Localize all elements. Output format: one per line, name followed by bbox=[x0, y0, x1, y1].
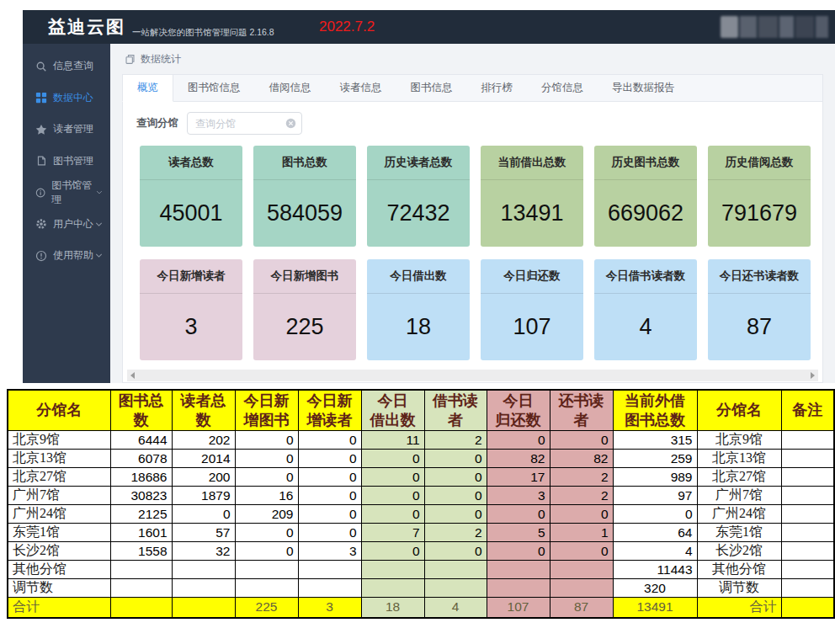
column-header: 还书读 者 bbox=[550, 390, 613, 431]
breadcrumb-label: 数据统计 bbox=[141, 52, 181, 67]
table-cell: 广州24馆 bbox=[697, 505, 781, 524]
stat-card: 历史借阅总数791679 bbox=[708, 146, 811, 247]
tab-1[interactable]: 概览 bbox=[122, 75, 173, 102]
table-cell: 0 bbox=[487, 431, 550, 450]
blur-block bbox=[795, 16, 813, 38]
table-cell: 0 bbox=[487, 542, 550, 561]
table-cell: 2 bbox=[550, 468, 613, 487]
table-cell: 0 bbox=[298, 524, 361, 542]
table-cell bbox=[172, 561, 235, 579]
table-cell: 0 bbox=[235, 542, 298, 561]
table-cell: 北京9馆 bbox=[8, 431, 110, 450]
table-cell: 1601 bbox=[110, 524, 172, 542]
table-cell: 0 bbox=[550, 542, 613, 561]
sidebar-item-info-query[interactable]: 信息查询 bbox=[23, 51, 110, 82]
tab-5[interactable]: 图书信息 bbox=[396, 75, 467, 101]
table-cell bbox=[487, 561, 550, 579]
table-row: 北京27馆186862000000172989北京27馆 bbox=[8, 468, 834, 487]
table-cell: 调节数 bbox=[8, 579, 110, 598]
scroll-right-arrow-icon[interactable] bbox=[811, 372, 815, 379]
column-header: 今日 归还数 bbox=[487, 390, 550, 431]
book-icon bbox=[35, 155, 47, 167]
sidebar-item-book-mgmt[interactable]: 图书管理 bbox=[23, 146, 110, 178]
table-cell: 87 bbox=[550, 598, 613, 618]
stat-card-value: 584059 bbox=[253, 180, 356, 247]
sidebar-item-data-center[interactable]: 数据中心 bbox=[23, 82, 110, 114]
table-cell: 1 bbox=[550, 524, 613, 542]
table-row: 北京9馆64442020011200315北京9馆 bbox=[8, 431, 834, 450]
table-cell: 调节数 bbox=[697, 579, 781, 598]
table-cell: 广州7馆 bbox=[8, 487, 110, 505]
stat-card-title: 今日借书读者数 bbox=[594, 259, 697, 294]
sidebar-item-user-center[interactable]: 用户中心 bbox=[23, 209, 110, 241]
column-header: 备注 bbox=[781, 390, 834, 431]
stat-card-title: 今日新增读者 bbox=[140, 259, 242, 294]
stat-card-value: 45001 bbox=[140, 180, 242, 247]
horizontal-scrollbar[interactable] bbox=[127, 370, 818, 381]
help-icon bbox=[35, 250, 47, 262]
table-cell: 107 bbox=[487, 598, 550, 618]
stat-card-value: 791679 bbox=[708, 180, 811, 247]
tab-3[interactable]: 借阅信息 bbox=[255, 75, 326, 101]
table-cell: 97 bbox=[613, 487, 697, 505]
tab-7[interactable]: 分馆信息 bbox=[527, 75, 598, 101]
table-cell bbox=[361, 579, 424, 598]
table-cell: 北京13馆 bbox=[8, 450, 110, 468]
table-cell: 13491 bbox=[613, 598, 697, 618]
table-cell: 82 bbox=[487, 450, 550, 468]
table-cell: 东莞1馆 bbox=[8, 524, 110, 542]
table-cell: 320 bbox=[613, 579, 697, 598]
user-account-blurred[interactable] bbox=[721, 16, 828, 38]
table-cell: 30823 bbox=[110, 487, 172, 505]
stat-card-value: 18 bbox=[367, 294, 470, 360]
stat-card: 历史读者总数72432 bbox=[367, 146, 470, 247]
stat-card-title: 今日借出数 bbox=[367, 259, 470, 294]
stat-card-value: 87 bbox=[708, 294, 811, 360]
tab-6[interactable]: 排行榜 bbox=[467, 75, 528, 101]
stat-card: 今日还书读者数87 bbox=[708, 259, 811, 360]
main-content: 数据统计 概览图书馆信息借阅信息读者信息图书信息排行榜分馆信息导出数据报告 查询… bbox=[110, 44, 835, 383]
tab-4[interactable]: 读者信息 bbox=[326, 75, 396, 101]
table-cell bbox=[487, 579, 550, 598]
sidebar-item-library-mgmt[interactable]: 图书馆管理 bbox=[23, 177, 110, 209]
sidebar-item-help[interactable]: 使用帮助 bbox=[23, 240, 110, 272]
table-cell: 4 bbox=[424, 598, 487, 618]
table-cell: 北京9馆 bbox=[697, 431, 781, 450]
table-cell: 广州24馆 bbox=[8, 505, 110, 524]
stat-card-title: 今日还书读者数 bbox=[708, 259, 811, 294]
stat-card-value: 72432 bbox=[367, 180, 470, 247]
tab-2[interactable]: 图书馆信息 bbox=[173, 75, 255, 101]
app-header: 益迪云图 一站解决您的图书馆管理问题 2.16.8 2022.7.2 bbox=[23, 10, 835, 44]
sidebar-item-reader-mgmt[interactable]: 读者管理 bbox=[23, 114, 110, 146]
stat-card-row: 读者总数45001图书总数584059历史读者总数72432当前借出总数1349… bbox=[140, 146, 822, 247]
stat-card-row: 今日新增读者3今日新增图书225今日借出数18今日归还数107今日借书读者数4今… bbox=[140, 259, 822, 360]
table-cell bbox=[110, 579, 172, 598]
table-cell: 315 bbox=[613, 431, 697, 450]
table-cell: 0 bbox=[172, 505, 235, 524]
scroll-left-arrow-icon[interactable] bbox=[130, 372, 135, 379]
table-cell: 北京27馆 bbox=[8, 468, 110, 487]
clear-icon[interactable] bbox=[285, 118, 296, 129]
table-cell: 0 bbox=[361, 505, 424, 524]
table-cell: 1879 bbox=[172, 487, 235, 505]
table-cell: 7 bbox=[361, 524, 424, 542]
table-cell: 0 bbox=[487, 505, 550, 524]
table-cell: 0 bbox=[550, 431, 613, 450]
table-cell: 广州7馆 bbox=[697, 487, 781, 505]
table-row: 长沙2馆1558320300004长沙2馆 bbox=[8, 542, 834, 561]
tab-8[interactable]: 导出数据报告 bbox=[598, 75, 689, 101]
star-icon bbox=[35, 124, 47, 136]
table-row: 北京13馆6078201400008282259北京13馆 bbox=[8, 450, 834, 468]
stat-card: 历史图书总数669062 bbox=[594, 146, 697, 247]
table-cell: 4 bbox=[613, 542, 697, 561]
column-header: 今日新 增图书 bbox=[235, 390, 298, 431]
table-cell bbox=[550, 579, 613, 598]
sidebar-item-label: 使用帮助 bbox=[53, 248, 93, 263]
stat-card-title: 当前借出总数 bbox=[481, 146, 583, 180]
table-cell bbox=[424, 561, 487, 579]
column-header: 当前外借 图书总数 bbox=[613, 390, 697, 431]
table-cell: 2 bbox=[550, 487, 613, 505]
table-cell: 0 bbox=[361, 542, 424, 561]
blur-block bbox=[740, 16, 756, 38]
table-cell: 2 bbox=[424, 431, 487, 450]
